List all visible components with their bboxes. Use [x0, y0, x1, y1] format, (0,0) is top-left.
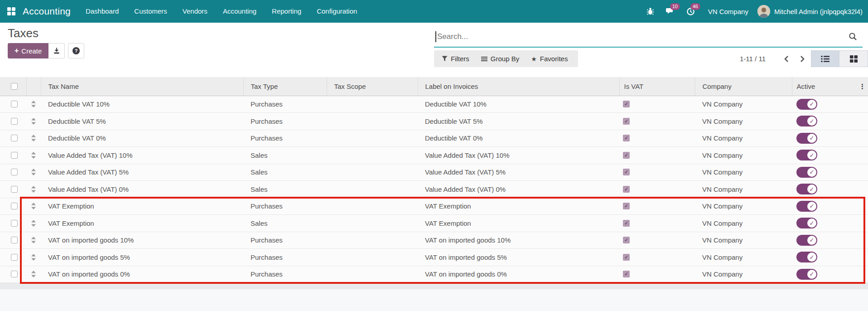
table-row[interactable]: Deductible VAT 5%PurchasesDeductible VAT… [0, 113, 868, 130]
tax-name-cell[interactable]: Value Added Tax (VAT) 0% [41, 181, 243, 198]
tax-type-cell: Sales [243, 164, 327, 181]
menu-item-reporting[interactable]: Reporting [264, 0, 309, 23]
pager-previous-button[interactable] [778, 50, 794, 67]
column-header-label-on-invoices[interactable]: Label on Invoices [418, 77, 619, 96]
drag-handle[interactable] [26, 134, 41, 142]
table-row[interactable]: Value Added Tax (VAT) 10%SalesValue Adde… [0, 147, 868, 164]
menu-item-dashboard[interactable]: Dashboard [78, 0, 126, 23]
tax-label-cell: VAT Exemption [418, 198, 619, 215]
search-input[interactable] [434, 32, 863, 41]
table-row[interactable]: Deductible VAT 10%PurchasesDeductible VA… [0, 96, 868, 113]
app-brand-title[interactable]: Accounting [23, 6, 71, 17]
drag-handle[interactable] [26, 117, 41, 125]
drag-handle[interactable] [26, 202, 41, 210]
drag-handle[interactable] [26, 253, 41, 261]
row-checkbox[interactable] [11, 203, 18, 209]
column-header-active[interactable]: Active ⋮ [792, 77, 868, 96]
column-header-tax-scope[interactable]: Tax Scope [327, 77, 418, 96]
tax-name-cell[interactable]: Deductible VAT 5% [41, 113, 243, 130]
column-options-icon[interactable]: ⋮ [859, 77, 866, 96]
active-toggle[interactable]: ✓ [796, 150, 817, 160]
menu-item-configuration[interactable]: Configuration [309, 0, 365, 23]
active-toggle[interactable]: ✓ [796, 184, 817, 194]
export-button[interactable] [48, 43, 65, 58]
row-checkbox[interactable] [11, 186, 18, 193]
active-toggle[interactable]: ✓ [796, 167, 817, 178]
table-row[interactable]: VAT on imported goods 0%PurchasesVAT on … [0, 266, 868, 283]
drag-handle[interactable] [26, 168, 41, 176]
row-checkbox[interactable] [11, 169, 18, 175]
svg-text:?: ? [75, 48, 78, 53]
kanban-view-button[interactable] [839, 50, 868, 67]
row-checkbox[interactable] [11, 254, 18, 261]
messages-button[interactable]: 10 [660, 0, 680, 23]
table-row[interactable]: VAT ExemptionSalesVAT Exemption✓VN Compa… [0, 215, 868, 232]
active-toggle[interactable]: ✓ [796, 133, 817, 144]
tax-name-cell[interactable]: VAT on imported goods 5% [41, 249, 243, 266]
tax-name-cell[interactable]: Value Added Tax (VAT) 5% [41, 164, 243, 181]
company-switcher[interactable]: VN Company [708, 8, 748, 15]
menu-item-vendors[interactable]: Vendors [175, 0, 215, 23]
user-menu[interactable]: Mitchell Admin (jnlpqpqk32l4) [774, 8, 863, 15]
debug-button[interactable] [641, 0, 660, 23]
table-row[interactable]: VAT on imported goods 5%PurchasesVAT on … [0, 249, 868, 266]
toggle-check-icon: ✓ [807, 253, 816, 262]
pager-next-button[interactable] [795, 50, 810, 67]
tax-name-cell[interactable]: VAT Exemption [41, 198, 243, 215]
filters-button[interactable]: Filters [436, 50, 475, 67]
table-row[interactable]: Value Added Tax (VAT) 0%SalesValue Added… [0, 181, 868, 198]
user-avatar[interactable] [757, 5, 770, 18]
tax-name-cell[interactable]: Deductible VAT 0% [41, 130, 243, 147]
row-checkbox[interactable] [11, 101, 18, 107]
column-header-company[interactable]: Company [695, 77, 792, 96]
tax-name-cell[interactable]: Value Added Tax (VAT) 10% [41, 147, 243, 164]
group-by-button[interactable]: Group By [475, 50, 525, 67]
drag-handle[interactable] [26, 185, 41, 193]
column-header-tax-name[interactable]: Tax Name [41, 77, 243, 96]
column-header-tax-type[interactable]: Tax Type [243, 77, 327, 96]
apps-menu-button[interactable] [0, 0, 23, 23]
is-vat-checkbox: ✓ [623, 152, 630, 159]
help-button[interactable]: ? [68, 43, 84, 58]
list-view-button[interactable] [811, 50, 839, 67]
create-button[interactable]: + Create [8, 43, 48, 58]
active-toggle[interactable]: ✓ [796, 99, 817, 110]
company-cell: VN Company [695, 266, 792, 283]
favorites-button[interactable]: ★ Favorites [525, 50, 574, 67]
tax-name-cell[interactable]: Deductible VAT 10% [41, 96, 243, 113]
drag-handle[interactable] [26, 236, 41, 244]
table-row[interactable]: VAT on imported goods 10%PurchasesVAT on… [0, 232, 868, 249]
drag-handle[interactable] [26, 100, 41, 108]
search-icon[interactable] [849, 32, 857, 41]
row-checkbox[interactable] [11, 220, 18, 227]
active-toggle[interactable]: ✓ [796, 218, 817, 228]
tax-name-cell[interactable]: VAT on imported goods 0% [41, 266, 243, 283]
select-all-checkbox[interactable] [11, 83, 18, 90]
row-checkbox[interactable] [11, 237, 18, 243]
active-toggle[interactable]: ✓ [796, 116, 817, 126]
menu-item-customers[interactable]: Customers [126, 0, 175, 23]
search-options-bar: Filters Group By ★ Favorites [434, 50, 578, 67]
row-checkbox[interactable] [11, 152, 18, 159]
drag-handle[interactable] [26, 151, 41, 159]
column-header-is-vat[interactable]: Is VAT [619, 77, 695, 96]
table-row[interactable]: VAT ExemptionPurchasesVAT Exemption✓VN C… [0, 198, 868, 215]
active-toggle[interactable]: ✓ [796, 235, 817, 246]
row-checkbox[interactable] [11, 118, 18, 125]
tax-type-cell: Purchases [243, 266, 327, 283]
tax-type-cell: Purchases [243, 198, 327, 215]
active-toggle[interactable]: ✓ [796, 201, 817, 212]
row-checkbox[interactable] [11, 271, 18, 277]
drag-handle[interactable] [26, 219, 41, 227]
tax-name-cell[interactable]: VAT Exemption [41, 215, 243, 232]
active-toggle[interactable]: ✓ [796, 269, 817, 280]
activities-button[interactable]: 46 [680, 0, 701, 23]
table-row[interactable]: Deductible VAT 0%PurchasesDeductible VAT… [0, 130, 868, 147]
row-checkbox[interactable] [11, 135, 18, 141]
drag-handle[interactable] [26, 270, 41, 278]
active-toggle[interactable]: ✓ [796, 252, 817, 262]
is-vat-checkbox: ✓ [623, 118, 630, 125]
tax-name-cell[interactable]: VAT on imported goods 10% [41, 232, 243, 249]
menu-item-accounting[interactable]: Accounting [215, 0, 264, 23]
table-row[interactable]: Value Added Tax (VAT) 5%SalesValue Added… [0, 164, 868, 181]
